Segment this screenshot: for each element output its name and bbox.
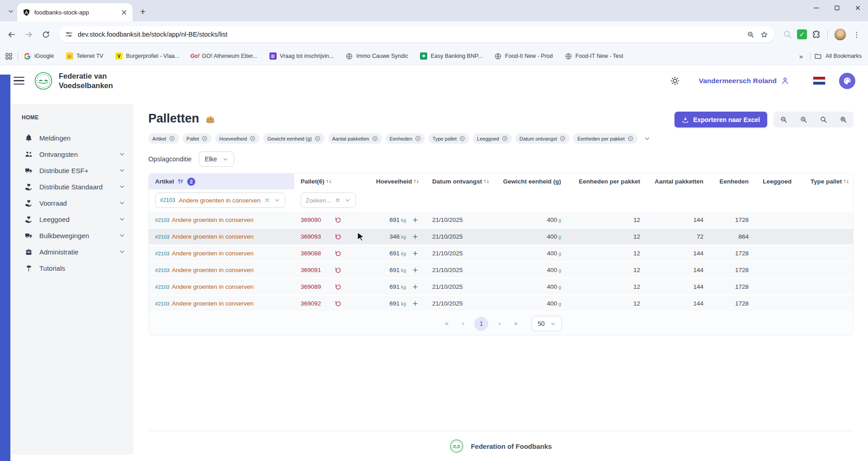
table-row[interactable]: #2103 Andere groenten in conserven 36909… <box>149 228 853 245</box>
bookmark-item[interactable]: Vraag tot inschrijvin... <box>269 52 334 60</box>
window-minimize-button[interactable] <box>806 0 826 15</box>
new-tab-button[interactable]: + <box>136 5 150 19</box>
pallet-number[interactable]: 369090 <box>301 216 321 223</box>
bookmark-item[interactable]: iGoogle <box>24 52 54 60</box>
add-icon[interactable] <box>412 283 419 290</box>
apps-grid-icon[interactable] <box>5 52 13 61</box>
filter-chip[interactable]: Artikel <box>148 133 179 144</box>
add-icon[interactable] <box>412 233 419 240</box>
bookmark-star-button[interactable] <box>757 28 771 41</box>
table-row[interactable]: #2103 Andere groenten in conserven 36908… <box>149 245 853 261</box>
bookmark-item[interactable]: Immo Cauwe Syndic <box>345 52 408 60</box>
pallet-number[interactable]: 369093 <box>301 233 321 240</box>
extension-check-icon[interactable]: ✓ <box>797 29 807 39</box>
remove-chip-icon[interactable] <box>372 136 378 141</box>
history-icon[interactable] <box>335 300 342 307</box>
column-header-datum[interactable]: Datum ontvangst↑↓ <box>423 174 498 189</box>
history-icon[interactable] <box>335 216 342 224</box>
browser-menu-icon[interactable]: ⋮ <box>851 28 863 40</box>
bookmarks-overflow-chevron[interactable]: » <box>797 52 806 60</box>
filter-chip[interactable]: Aantal pakketten <box>328 133 382 144</box>
clear-filter-icon[interactable] <box>264 197 270 203</box>
address-bar[interactable]: dev.stock.foodbanksit.be/stock/app/nl-BE… <box>59 26 774 42</box>
sidebar-item[interactable]: Tutorials <box>22 260 133 276</box>
forward-button[interactable] <box>21 27 36 42</box>
bookmark-item[interactable]: V Burgerprofiel - Vlaa... <box>115 52 179 60</box>
add-icon[interactable] <box>412 250 419 257</box>
first-page-button[interactable]: « <box>440 317 453 330</box>
storage-condition-select[interactable]: Elke <box>199 151 234 167</box>
bookmark-item[interactable]: Food-It New - Prod <box>494 52 553 60</box>
add-icon[interactable] <box>412 267 419 273</box>
remove-chip-icon[interactable] <box>202 136 208 141</box>
remove-chip-icon[interactable] <box>459 136 465 141</box>
bookmark-item[interactable]: ✱ Easy Banking BNP... <box>420 52 482 60</box>
current-page-button[interactable]: 1 <box>474 317 488 331</box>
remove-chip-icon[interactable] <box>250 136 255 141</box>
next-page-button[interactable]: › <box>493 317 506 330</box>
pallet-number[interactable]: 369091 <box>301 267 321 273</box>
filter-chip[interactable]: Datum ontvangst <box>515 133 570 144</box>
theme-palette-button[interactable] <box>839 73 855 89</box>
add-icon[interactable] <box>412 300 419 307</box>
filter-chip[interactable]: Eenheden per pakket <box>573 133 637 144</box>
remove-chip-icon[interactable] <box>315 136 321 141</box>
sidebar-item[interactable]: Bulkbewegingen <box>22 227 133 244</box>
profile-avatar[interactable] <box>834 28 846 41</box>
sidebar-item[interactable]: Distributie Standaard <box>22 179 133 195</box>
column-header-aantal-pakketten[interactable]: Aantal pakketten <box>645 174 708 189</box>
pallet-filter-combo[interactable]: Zoeken... <box>301 193 356 208</box>
clear-filter-icon[interactable] <box>335 197 341 203</box>
sidebar-item[interactable]: Administratie <box>22 244 133 260</box>
zoom-out-icon[interactable] <box>780 116 788 123</box>
user-menu[interactable]: Vandermeersch Roland <box>699 76 789 85</box>
table-row[interactable]: #2103 Andere groenten in conserven 36909… <box>149 295 853 311</box>
remove-chip-icon[interactable] <box>415 136 421 141</box>
column-header-type-pallet[interactable]: Type pallet↑↓ <box>796 174 853 189</box>
site-settings-icon[interactable] <box>65 31 73 38</box>
filter-chip[interactable]: Eenheden <box>386 133 425 144</box>
column-header-hoeveelheid[interactable]: Hoeveelheid↑↓ <box>364 174 423 189</box>
page-size-select[interactable]: 50 <box>532 316 562 331</box>
previous-page-button[interactable]: ‹ <box>456 317 470 330</box>
filter-chip[interactable]: Type pallet <box>429 133 469 144</box>
history-icon[interactable] <box>335 283 342 291</box>
zoom-out-icon[interactable] <box>800 116 807 123</box>
sidebar-item[interactable]: Distributie ESF+ <box>22 162 133 179</box>
table-row[interactable]: #2103 Andere groenten in conserven 36908… <box>149 278 853 295</box>
remove-chip-icon[interactable] <box>502 136 508 141</box>
bookmark-item[interactable]: ☺ Telenet TV <box>66 52 104 60</box>
sidebar-item[interactable]: Leeggoed <box>22 211 133 227</box>
chips-expand-chevron-icon[interactable] <box>644 135 651 142</box>
hamburger-menu-icon[interactable] <box>14 77 24 85</box>
page-zoom-button[interactable] <box>744 28 757 41</box>
sidebar-item[interactable]: Voorraad <box>22 195 133 211</box>
table-row[interactable]: #2103 Andere groenten in conserven 36909… <box>149 211 853 228</box>
back-button[interactable] <box>4 27 19 42</box>
tab-close-icon[interactable] <box>120 9 128 16</box>
tab-search-button[interactable] <box>5 5 17 18</box>
filter-chip[interactable]: Gewicht eenheid (g) <box>263 133 324 144</box>
window-close-button[interactable] <box>847 0 868 15</box>
history-icon[interactable] <box>335 250 342 257</box>
chevron-down-icon[interactable] <box>274 197 280 203</box>
filter-chip[interactable]: Leeggoed <box>473 133 512 144</box>
bookmark-item[interactable]: Go! GO! Atheneum Etter... <box>191 52 257 60</box>
column-header-eenheden[interactable]: Eenheden <box>708 174 753 189</box>
remove-chip-icon[interactable] <box>169 136 175 141</box>
remove-chip-icon[interactable] <box>627 136 633 141</box>
column-header-artikel[interactable]: Artikel 2 <box>149 174 294 189</box>
zoom-in-icon[interactable] <box>840 116 847 123</box>
chevron-down-icon[interactable] <box>344 197 351 203</box>
url-text[interactable]: dev.stock.foodbanksit.be/stock/app/nl-BE… <box>78 31 744 38</box>
language-flag-nl[interactable] <box>813 76 826 85</box>
filter-chip[interactable]: Pallet <box>183 133 212 144</box>
filter-chip[interactable]: Hoeveelheid <box>215 133 259 144</box>
artikel-filter-combo[interactable]: #2103 Andere groenten in conserven <box>155 193 285 208</box>
all-bookmarks-button[interactable]: All Bookmarks <box>814 52 862 60</box>
pallet-number[interactable]: 369088 <box>301 250 321 257</box>
last-page-button[interactable]: » <box>509 317 523 330</box>
remove-chip-icon[interactable] <box>560 136 566 141</box>
window-maximize-button[interactable] <box>826 0 847 15</box>
add-icon[interactable] <box>412 216 419 223</box>
